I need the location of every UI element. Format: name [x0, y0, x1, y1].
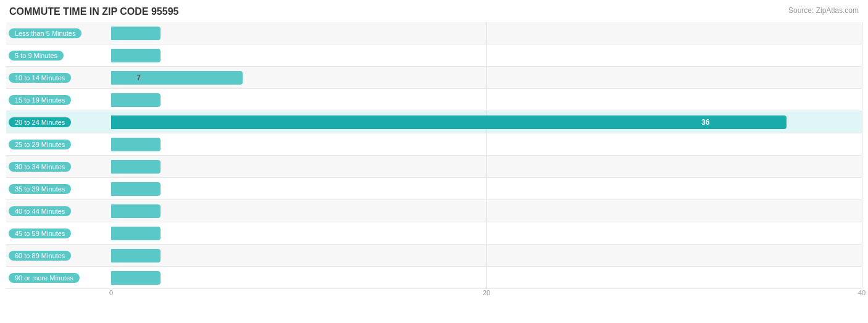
bar-value: 36: [699, 118, 709, 127]
bar-label: 35 to 39 Minutes: [6, 184, 111, 194]
bar-label: Less than 5 Minutes: [6, 28, 111, 38]
bar-row: 25 to 29 Minutes0: [6, 133, 862, 156]
bar-fill: [111, 138, 161, 151]
bar-label: 20 to 24 Minutes: [6, 117, 111, 127]
bar-track: 0: [111, 89, 862, 111]
bar-track: 0: [111, 44, 862, 66]
bar-label: 45 to 59 Minutes: [6, 229, 111, 238]
bar-row: 90 or more Minutes0: [6, 267, 862, 289]
bar-fill: [111, 27, 161, 40]
bar-fill: [111, 93, 161, 107]
bar-fill: [111, 204, 161, 218]
bar-row: 5 to 9 Minutes0: [6, 44, 862, 67]
gridline: [486, 133, 487, 155]
bar-fill: [111, 182, 161, 196]
bar-fill: 36: [111, 115, 787, 129]
bar-row: 30 to 34 Minutes0: [6, 156, 862, 178]
bar-track: 0: [111, 267, 862, 288]
bar-label-pill: 45 to 59 Minutes: [9, 229, 71, 238]
bar-label: 90 or more Minutes: [6, 273, 111, 283]
source-label: Source: ZipAtlas.com: [788, 6, 859, 15]
bar-fill: [111, 249, 161, 262]
bar-label: 30 to 34 Minutes: [6, 162, 111, 172]
bar-row: 45 to 59 Minutes0: [6, 222, 862, 245]
gridline: [486, 267, 487, 288]
gridline: [486, 89, 487, 111]
bar-label-pill: 90 or more Minutes: [9, 273, 80, 283]
gridline: [862, 178, 862, 199]
bar-track: 0: [111, 222, 862, 244]
gridline: [862, 67, 862, 88]
bar-fill: 7: [111, 71, 243, 85]
gridline: [486, 178, 487, 199]
x-axis: 02040: [111, 289, 862, 304]
bar-track: 0: [111, 22, 862, 44]
gridline: [862, 156, 862, 177]
chart-container: COMMUTE TIME IN ZIP CODE 95595 Source: Z…: [0, 0, 868, 323]
bar-fill: [111, 271, 161, 285]
bar-fill: [111, 49, 161, 62]
gridline: [486, 245, 487, 266]
gridline: [486, 222, 487, 244]
gridline: [862, 222, 862, 244]
bar-row: 60 to 89 Minutes0: [6, 245, 862, 267]
bar-row: 40 to 44 Minutes0: [6, 200, 862, 222]
bar-label-pill: 60 to 89 Minutes: [9, 251, 71, 261]
gridline: [862, 133, 862, 155]
gridline: [862, 245, 862, 266]
bar-row: 15 to 19 Minutes0: [6, 89, 862, 111]
x-tick: 40: [858, 289, 866, 296]
gridline: [486, 67, 487, 88]
bar-label-pill: 30 to 34 Minutes: [9, 162, 71, 172]
bar-track: 36: [111, 111, 862, 133]
bar-track: 0: [111, 156, 862, 177]
bar-label-pill: Less than 5 Minutes: [9, 28, 81, 38]
bars-area: Less than 5 Minutes05 to 9 Minutes010 to…: [6, 22, 862, 277]
bar-label-pill: 15 to 19 Minutes: [9, 95, 71, 105]
gridline: [862, 200, 862, 222]
gridline: [486, 156, 487, 177]
gridline: [486, 44, 487, 66]
gridline: [486, 200, 487, 222]
bar-row: 10 to 14 Minutes7: [6, 67, 862, 89]
gridline: [862, 44, 862, 66]
bar-row: Less than 5 Minutes0: [6, 22, 862, 44]
bar-label: 10 to 14 Minutes: [6, 73, 111, 83]
bar-track: 0: [111, 200, 862, 222]
bar-label-pill: 20 to 24 Minutes: [9, 117, 71, 127]
bar-fill: [111, 160, 161, 174]
bar-fill: [111, 227, 161, 240]
bar-track: 7: [111, 67, 862, 88]
bar-row: 20 to 24 Minutes36: [6, 111, 862, 133]
bar-label: 5 to 9 Minutes: [6, 51, 111, 61]
bar-row: 35 to 39 Minutes0: [6, 178, 862, 200]
bar-label: 15 to 19 Minutes: [6, 95, 111, 105]
bar-track: 0: [111, 178, 862, 199]
x-tick: 0: [109, 289, 113, 296]
bar-label: 25 to 29 Minutes: [6, 140, 111, 149]
chart-title: COMMUTE TIME IN ZIP CODE 95595: [6, 6, 862, 17]
bar-label: 60 to 89 Minutes: [6, 251, 111, 261]
gridline: [862, 89, 862, 111]
bar-track: 0: [111, 245, 862, 266]
bar-label-pill: 35 to 39 Minutes: [9, 184, 71, 194]
bar-label-pill: 25 to 29 Minutes: [9, 140, 71, 149]
gridline: [486, 22, 487, 44]
bar-label-pill: 10 to 14 Minutes: [9, 73, 71, 83]
bar-value: 7: [134, 73, 141, 82]
bar-label-pill: 40 to 44 Minutes: [9, 206, 71, 216]
gridline: [862, 22, 862, 44]
bar-label: 40 to 44 Minutes: [6, 206, 111, 216]
x-tick: 20: [483, 289, 490, 296]
gridline: [862, 267, 862, 288]
gridline: [862, 111, 862, 133]
bar-track: 0: [111, 133, 862, 155]
bar-label-pill: 5 to 9 Minutes: [9, 51, 64, 61]
